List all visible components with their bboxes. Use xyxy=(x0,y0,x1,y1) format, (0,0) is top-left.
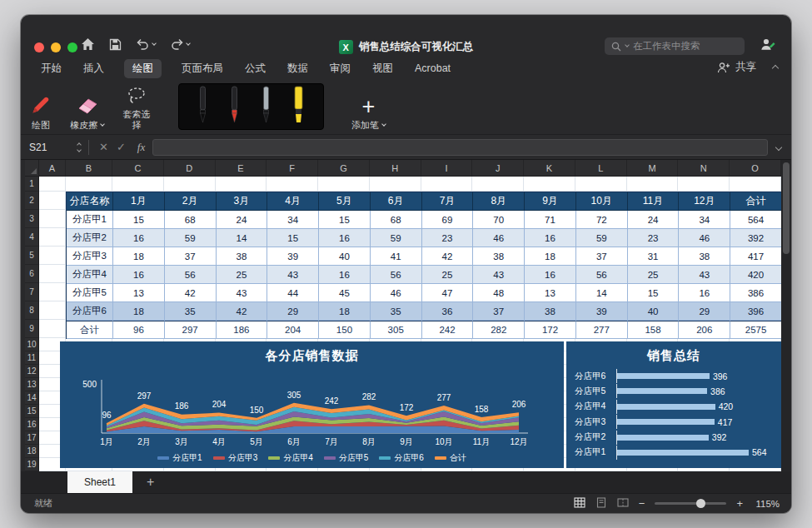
cell[interactable]: 43 xyxy=(679,266,730,284)
col-header-I[interactable]: I xyxy=(421,160,473,177)
close-window-button[interactable] xyxy=(34,42,44,52)
col-header-C[interactable]: C xyxy=(112,160,164,177)
redo-icon[interactable] xyxy=(170,38,190,50)
col-header-K[interactable]: K xyxy=(524,160,575,177)
cell[interactable]: 282 xyxy=(473,321,525,339)
select-all-corner[interactable] xyxy=(25,160,39,177)
row-header-8[interactable]: 8 xyxy=(25,301,39,320)
col-header-D[interactable]: D xyxy=(164,160,216,177)
cell[interactable]: 13 xyxy=(525,284,576,302)
cell[interactable]: 42 xyxy=(165,284,217,302)
cell[interactable]: 37 xyxy=(165,247,217,266)
cell[interactable]: 分店甲2 xyxy=(67,229,113,247)
cell[interactable]: 71 xyxy=(525,211,576,229)
row-header-7[interactable]: 7 xyxy=(25,283,39,301)
cell[interactable]: 96 xyxy=(113,321,165,339)
cell[interactable]: 15 xyxy=(628,284,680,302)
ribbon-tab-Acrobat[interactable]: Acrobat xyxy=(413,60,452,77)
cell[interactable]: 16 xyxy=(113,266,165,284)
cell[interactable]: 35 xyxy=(371,302,422,321)
cell[interactable]: 16 xyxy=(525,229,576,247)
cell[interactable]: 23 xyxy=(422,229,474,247)
save-icon[interactable] xyxy=(109,38,122,51)
cell[interactable]: 43 xyxy=(473,266,525,284)
row-header-3[interactable]: 3 xyxy=(25,210,39,228)
add-sheet-button[interactable]: + xyxy=(147,476,154,489)
cell[interactable]: 40 xyxy=(319,247,371,266)
ribbon-tab-插入[interactable]: 插入 xyxy=(82,59,106,78)
row-header-10[interactable]: 10 xyxy=(25,338,39,351)
cell[interactable]: 4月 xyxy=(267,192,319,211)
cell[interactable]: 44 xyxy=(267,284,319,302)
cell[interactable]: 206 xyxy=(679,321,730,339)
cell[interactable]: 34 xyxy=(679,211,730,229)
cell[interactable]: 31 xyxy=(628,247,680,266)
draw-tool-button[interactable]: 绘图 xyxy=(30,82,52,131)
cell[interactable]: 242 xyxy=(422,321,474,339)
row-header-1[interactable]: 1 xyxy=(25,177,39,192)
home-icon[interactable] xyxy=(81,37,95,51)
undo-dropdown-icon[interactable] xyxy=(152,41,157,46)
cell[interactable]: 297 xyxy=(165,321,217,339)
row-header-14[interactable]: 14 xyxy=(25,391,39,405)
silver-pen-icon[interactable] xyxy=(260,86,272,127)
row-header-16[interactable]: 16 xyxy=(25,418,39,431)
cell[interactable]: 14 xyxy=(217,229,268,247)
ribbon-tab-页面布局[interactable]: 页面布局 xyxy=(180,59,225,78)
cell[interactable]: 14 xyxy=(576,284,628,302)
cell[interactable]: 分店甲3 xyxy=(67,247,113,266)
scrollbar-thumb[interactable] xyxy=(783,162,790,254)
cell[interactable]: 24 xyxy=(628,211,680,229)
cell[interactable]: 12月 xyxy=(679,192,730,211)
ribbon-tab-视图[interactable]: 视图 xyxy=(371,59,395,78)
undo-icon[interactable] xyxy=(136,38,156,50)
cell[interactable]: 18 xyxy=(525,247,576,266)
col-header-M[interactable]: M xyxy=(627,160,679,177)
cell[interactable]: 11月 xyxy=(628,192,680,211)
cell[interactable]: 23 xyxy=(628,229,680,247)
cell[interactable]: 39 xyxy=(267,247,319,266)
cell[interactable]: 396 xyxy=(730,302,781,321)
normal-view-icon[interactable] xyxy=(574,497,585,510)
add-pen-dropdown-icon[interactable] xyxy=(381,122,386,127)
page-layout-view-icon[interactable] xyxy=(595,497,607,510)
cell[interactable]: 42 xyxy=(217,302,268,321)
cell[interactable]: 38 xyxy=(679,247,730,266)
cell[interactable]: 56 xyxy=(165,266,217,284)
cell[interactable]: 16 xyxy=(679,284,730,302)
cell[interactable]: 9月 xyxy=(525,192,576,211)
cell[interactable]: 34 xyxy=(267,211,319,229)
confirm-entry-icon[interactable]: ✓ xyxy=(117,141,126,153)
cell[interactable]: 5月 xyxy=(319,192,371,211)
cell[interactable]: 305 xyxy=(371,321,422,339)
cell[interactable]: 35 xyxy=(165,302,217,321)
cell[interactable]: 43 xyxy=(267,266,319,284)
search-box[interactable]: 在工作表中搜索 xyxy=(605,37,745,55)
cell[interactable]: 69 xyxy=(422,211,474,229)
black-pen-icon[interactable] xyxy=(197,86,209,127)
minimize-window-button[interactable] xyxy=(51,42,61,52)
row-header-2[interactable]: 2 xyxy=(25,192,39,210)
lasso-select-button[interactable]: 套索选择 xyxy=(122,82,151,131)
search-scope-dropdown-icon[interactable] xyxy=(625,42,630,47)
cell[interactable]: 150 xyxy=(319,321,371,339)
formula-input[interactable] xyxy=(152,139,768,156)
name-box-spinner-icon[interactable] xyxy=(77,143,81,152)
red-pen-icon[interactable] xyxy=(228,86,241,127)
cell[interactable]: 分店甲1 xyxy=(67,211,113,229)
cell[interactable]: 39 xyxy=(576,302,628,321)
eraser-button[interactable]: 橡皮擦 xyxy=(70,82,104,131)
cell[interactable]: 68 xyxy=(165,211,217,229)
col-header-A[interactable]: A xyxy=(39,160,66,177)
ribbon-tab-开始[interactable]: 开始 xyxy=(39,59,63,78)
row-header-15[interactable]: 15 xyxy=(25,405,39,418)
ribbon-tab-数据[interactable]: 数据 xyxy=(286,59,310,78)
cell[interactable]: 56 xyxy=(371,266,422,284)
cell[interactable]: 25 xyxy=(628,266,680,284)
col-header-H[interactable]: H xyxy=(370,160,421,177)
zoom-out-button[interactable]: − xyxy=(639,497,645,510)
col-header-N[interactable]: N xyxy=(678,160,730,177)
cell[interactable]: 68 xyxy=(371,211,422,229)
cell[interactable]: 1月 xyxy=(113,192,165,211)
cell[interactable]: 18 xyxy=(113,302,165,321)
